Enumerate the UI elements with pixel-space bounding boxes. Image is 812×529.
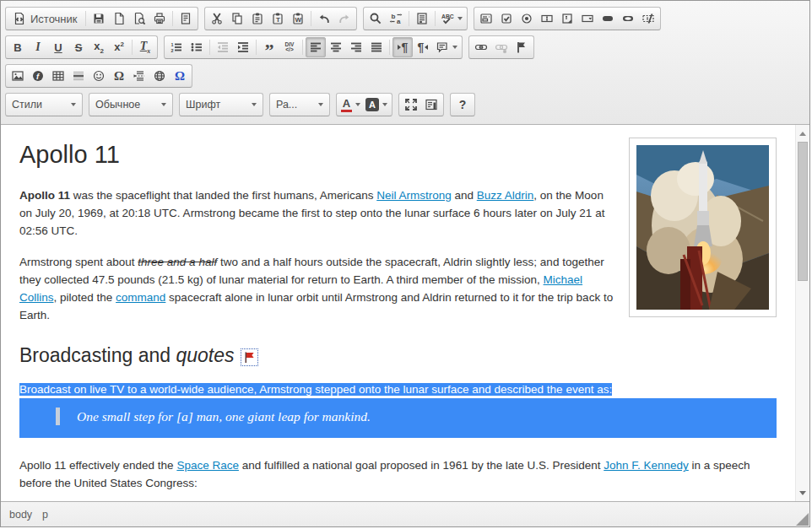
styles-combo-caret [71, 103, 76, 106]
numbered-list-button[interactable]: 12 [166, 37, 187, 57]
spellcheck-button[interactable]: ABC [438, 8, 465, 29]
editing-area[interactable]: Apollo 11 Apollo 11 was the spaceflight … [1, 125, 795, 501]
link-button[interactable] [471, 37, 491, 57]
scroll-up-arrow[interactable] [796, 127, 809, 140]
path-element-p[interactable]: p [42, 509, 48, 521]
horizontal-rule-button[interactable] [68, 66, 89, 86]
print-button[interactable] [149, 8, 170, 29]
separator [132, 40, 133, 55]
smiley-button[interactable] [89, 66, 109, 86]
decrease-indent-button[interactable] [213, 37, 233, 57]
source-button[interactable]: Источник [8, 8, 83, 29]
select-all-button[interactable] [412, 8, 432, 29]
blockquote-button[interactable]: ” [259, 37, 279, 57]
styles-combo[interactable]: Стили [5, 93, 83, 116]
unlink-button[interactable] [491, 37, 512, 57]
redo-button[interactable] [334, 8, 355, 29]
group-insert: f Ω Ω [5, 64, 192, 88]
link-command[interactable]: command [116, 291, 165, 304]
blockquote-icon: ” [265, 46, 274, 55]
bulleted-list-button[interactable] [187, 37, 207, 57]
quote-one-small-step: One small step for [a] man, one giant le… [56, 408, 777, 425]
language-button[interactable] [433, 37, 460, 57]
replace-button[interactable]: ba [386, 8, 406, 29]
text-direction-rtl-button[interactable]: ¶ [413, 37, 433, 57]
size-combo[interactable]: Ра... [269, 93, 330, 116]
checkbox-button[interactable] [496, 8, 517, 29]
separator [209, 40, 210, 55]
format-combo[interactable]: Обычное [89, 93, 173, 116]
paste-word-button[interactable]: W [288, 8, 308, 29]
button-field-icon [601, 12, 614, 25]
italic-button[interactable]: I [28, 37, 48, 57]
align-right-button[interactable] [346, 37, 366, 57]
styles-combo-label: Стили [12, 99, 42, 111]
select-field-button[interactable] [577, 8, 598, 29]
strikethrough-button[interactable]: S [68, 37, 89, 57]
hidden-field-button[interactable] [638, 8, 658, 29]
radio-button[interactable] [517, 8, 537, 29]
find-button[interactable] [365, 8, 386, 29]
bold-button[interactable]: B [8, 37, 28, 57]
text-field-button[interactable] [537, 8, 557, 29]
superscript-button[interactable]: x2 [109, 37, 129, 57]
apollo-launch-photo[interactable] [629, 138, 777, 317]
link-john-f-kennedy[interactable]: John F. Kennedy [604, 459, 689, 472]
cut-button[interactable] [207, 8, 227, 29]
spellcheck-icon: ABC [441, 12, 454, 25]
iframe-button[interactable] [149, 66, 170, 86]
undo-button[interactable] [314, 8, 334, 29]
section-heading: Broadcasting and quotes [19, 344, 777, 368]
anchor-widget[interactable] [241, 348, 258, 366]
text-color-button[interactable]: A [338, 94, 363, 115]
templates-button[interactable] [176, 8, 196, 29]
vertical-scrollbar[interactable] [795, 125, 809, 501]
group-document: Источник [5, 7, 198, 30]
resize-grip[interactable] [796, 513, 809, 526]
svg-text:b: b [391, 13, 395, 20]
link-buzz-aldrin[interactable]: Buzz Aldrin [477, 189, 534, 202]
font-combo[interactable]: Шрифт [179, 93, 263, 116]
selected-paragraph[interactable]: Broadcast on live TV to a world-wide aud… [19, 381, 777, 398]
anchor-button[interactable] [512, 37, 532, 57]
insert-image-button[interactable] [8, 66, 28, 86]
new-page-button[interactable] [109, 8, 129, 29]
preview-button[interactable] [129, 8, 149, 29]
copy-button[interactable] [227, 8, 247, 29]
scrollbar-thumb[interactable] [798, 142, 808, 281]
paste-button[interactable] [247, 8, 268, 29]
link-space-race[interactable]: Space Race [176, 459, 239, 472]
save-button[interactable] [89, 8, 109, 29]
justify-button[interactable] [366, 37, 387, 57]
special-character-button[interactable]: Ω [109, 66, 129, 86]
print-icon [153, 12, 166, 25]
separator [311, 11, 311, 26]
background-color-button[interactable]: A [363, 94, 390, 115]
flash-button[interactable]: f [28, 66, 48, 86]
maximize-button[interactable] [401, 94, 421, 115]
align-left-button[interactable] [306, 37, 326, 57]
show-blocks-button[interactable] [421, 94, 441, 115]
scroll-down-arrow[interactable] [796, 486, 809, 499]
path-element-body[interactable]: body [9, 509, 32, 521]
checkbox-icon [500, 12, 513, 25]
image-button-button[interactable] [618, 8, 638, 29]
subscript-button[interactable]: x2 [89, 37, 109, 57]
align-center-button[interactable] [326, 37, 346, 57]
remove-format-button[interactable]: Tx [135, 37, 155, 57]
text-direction-ltr-button[interactable]: ¶ [392, 37, 413, 57]
hidden-field-icon [641, 12, 655, 25]
symbol-button[interactable]: Ω [170, 66, 190, 86]
button-field-button[interactable] [598, 8, 618, 29]
div-container-button[interactable]: DIV </> [279, 37, 300, 57]
underline-button[interactable]: U [48, 37, 68, 57]
paste-text-button[interactable]: T [268, 8, 288, 29]
form-button[interactable] [476, 8, 496, 29]
textarea-button[interactable] [557, 8, 577, 29]
page-break-button[interactable] [129, 66, 149, 86]
selected-blockquote-region[interactable]: One small step for [a] man, one giant le… [19, 398, 777, 438]
link-neil-armstrong[interactable]: Neil Armstrong [376, 189, 452, 202]
table-button[interactable] [48, 66, 68, 86]
about-button[interactable]: ? [452, 94, 473, 115]
increase-indent-button[interactable] [233, 37, 253, 57]
